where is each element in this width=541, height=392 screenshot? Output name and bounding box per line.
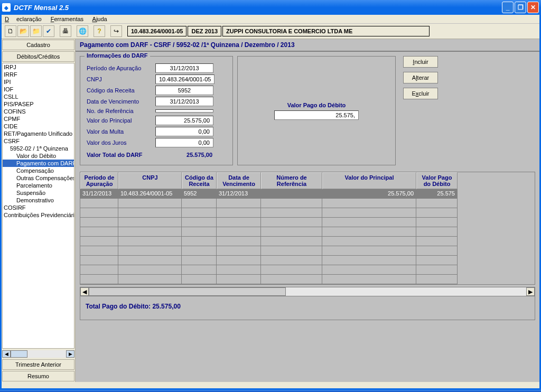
- table-row[interactable]: [80, 275, 535, 284]
- tree-item[interactable]: Demonstrativo: [3, 197, 74, 204]
- tree-item[interactable]: Suspensão: [3, 189, 74, 197]
- grid-scrollbar[interactable]: ◀ ▶: [80, 287, 535, 296]
- tree-item[interactable]: CSRF: [3, 137, 74, 145]
- label-principal: Valor do Principal: [87, 117, 150, 124]
- valor-pago-label: Valor Pago do Débito: [274, 102, 359, 108]
- app-icon: ◆: [2, 3, 11, 12]
- field-referencia: [155, 109, 213, 113]
- exit-icon[interactable]: ↪: [110, 25, 122, 37]
- label-cnpj: CNPJ: [87, 76, 150, 82]
- tree-item[interactable]: IRRF: [3, 71, 74, 78]
- tree-item[interactable]: CPMF: [3, 115, 74, 123]
- table-row[interactable]: 31/12/2013 10.483.264/0001-05 5952 31/12…: [80, 189, 535, 199]
- table-row[interactable]: [80, 218, 535, 227]
- valor-pago-box: Valor Pago do Débito 25.575,: [237, 56, 396, 165]
- scroll-right-icon[interactable]: ▶: [526, 287, 535, 296]
- table-row[interactable]: [80, 256, 535, 265]
- window-title: DCTF Mensal 2.5: [14, 4, 502, 12]
- main-panel: Pagamento com DARF - CSRF / 5952-02 /1ª …: [76, 39, 539, 382]
- tree-item[interactable]: Pagamento com DARF: [3, 160, 74, 167]
- col-codigo[interactable]: Código da Receita: [182, 172, 217, 189]
- incluir-button[interactable]: Incluir: [403, 56, 438, 68]
- label-multa: Valor da Multa: [87, 128, 150, 135]
- scroll-left-icon[interactable]: ◀: [2, 350, 11, 358]
- tree-item[interactable]: IPI: [3, 78, 74, 86]
- label-codigo: Código da Receita: [87, 87, 150, 94]
- tree-item[interactable]: Contribuições Previdenciárias: [3, 211, 74, 219]
- field-principal: 25.575,00: [155, 116, 213, 125]
- menu-ajuda[interactable]: Ajuda: [92, 16, 107, 22]
- field-juros: 0,00: [155, 138, 213, 147]
- darf-info-fieldset: Informações do DARF Período de Apuração3…: [80, 56, 233, 165]
- menu-ferramentas[interactable]: Ferramentas: [51, 16, 83, 22]
- label-periodo: Período de Apuração: [87, 65, 150, 71]
- tax-tree[interactable]: IRPJIRRFIPIIOFCSLLPIS/PASEPCOFINSCPMFCID…: [2, 63, 74, 349]
- value-total: 25.575,00: [166, 151, 213, 159]
- table-row[interactable]: [80, 246, 535, 256]
- help-icon[interactable]: ?: [94, 25, 105, 37]
- menu-declaracao[interactable]: Declaração: [5, 16, 42, 22]
- tree-item[interactable]: COFINS: [3, 108, 74, 115]
- alterar-button[interactable]: Alterar: [403, 72, 438, 83]
- tree-item[interactable]: PIS/PASEP: [3, 100, 74, 108]
- tree-item[interactable]: Valor do Débito: [3, 152, 74, 160]
- print-icon[interactable]: 🖶: [60, 25, 71, 37]
- page-title: Pagamento com DARF - CSRF / 5952-02 /1ª …: [76, 39, 539, 52]
- label-vencimento: Data de Vencimento: [87, 98, 150, 105]
- tree-item[interactable]: Compensação: [3, 167, 74, 174]
- tree-item[interactable]: RET/Pagamento Unificado: [3, 130, 74, 137]
- btn-cadastro[interactable]: Cadastro: [2, 40, 74, 50]
- minimize-button[interactable]: _: [502, 2, 514, 13]
- field-multa: 0,00: [155, 127, 213, 136]
- new-icon[interactable]: 🗋: [5, 25, 16, 37]
- tree-item[interactable]: 5952-02 / 1ª Quinzena: [3, 145, 74, 152]
- field-cnpj: 10.483.264/0001-05: [155, 74, 214, 84]
- toolbar-empresa: ZUPPI CONSULTORIA E COMERCIO LTDA ME: [222, 26, 430, 36]
- toolbar-cnpj: 10.483.264/0001-05: [127, 26, 186, 36]
- fieldset-legend: Informações do DARF: [85, 52, 150, 59]
- table-row[interactable]: [80, 208, 535, 218]
- field-codigo: 5952: [155, 86, 213, 95]
- btn-debitos[interactable]: Débitos/Créditos: [2, 51, 74, 62]
- tree-item[interactable]: COSIRF: [3, 204, 74, 211]
- col-vencimento[interactable]: Data de Vencimento: [217, 172, 261, 189]
- tree-item[interactable]: CSLL: [3, 93, 74, 100]
- col-periodo[interactable]: Período de Apuração: [80, 172, 118, 189]
- total-pago-label: Total Pago do Débito: 25.575,00: [80, 296, 535, 320]
- tree-item[interactable]: IOF: [3, 86, 74, 93]
- table-row[interactable]: [80, 227, 535, 237]
- maximize-button[interactable]: ❐: [515, 2, 526, 13]
- tree-scrollbar[interactable]: ◀ ▶: [2, 350, 74, 358]
- col-valor-pago[interactable]: Valor Pago do Débito: [416, 172, 458, 189]
- table-row[interactable]: [80, 237, 535, 246]
- titlebar: ◆ DCTF Mensal 2.5 _ ❐ ✕: [0, 0, 541, 15]
- tree-item[interactable]: IRPJ: [3, 63, 74, 71]
- scroll-left-icon[interactable]: ◀: [80, 287, 89, 296]
- tree-item[interactable]: CIDE: [3, 123, 74, 130]
- field-periodo: 31/12/2013: [155, 63, 213, 73]
- close-button[interactable]: ✕: [527, 2, 539, 13]
- payments-grid[interactable]: Período de Apuração CNPJ Código da Recei…: [80, 172, 535, 285]
- tree-item[interactable]: Parcelamento: [3, 182, 74, 189]
- menubar: Declaração Ferramentas Ajuda: [2, 15, 539, 24]
- btn-resumo[interactable]: Resumo: [2, 371, 74, 381]
- field-vencimento: 31/12/2013: [155, 97, 213, 106]
- label-referencia: No. de Referência: [87, 108, 150, 114]
- col-principal[interactable]: Valor do Principal: [322, 172, 416, 189]
- btn-trimestre[interactable]: Trimestre Anterior: [2, 359, 74, 370]
- toolbar-periodo: DEZ 2013: [188, 26, 221, 36]
- valor-pago-field: 25.575,: [274, 110, 359, 120]
- scroll-right-icon[interactable]: ▶: [66, 350, 74, 358]
- globe-icon[interactable]: 🌐: [77, 25, 88, 37]
- taskbar: [0, 390, 541, 392]
- table-row[interactable]: [80, 199, 535, 208]
- open-icon[interactable]: 📂: [17, 25, 29, 37]
- col-referencia[interactable]: Número de Referência: [261, 172, 322, 189]
- check-icon[interactable]: ✔: [43, 25, 54, 37]
- toolbar: 🗋 📂 📁 ✔ 🖶 🌐 ? ↪ 10.483.264/0001-05 DEZ 2…: [2, 24, 539, 39]
- col-cnpj[interactable]: CNPJ: [118, 172, 182, 189]
- tree-item[interactable]: Outras Compensações: [3, 174, 74, 182]
- folder-icon[interactable]: 📁: [30, 25, 42, 37]
- table-row[interactable]: [80, 265, 535, 275]
- excluir-button[interactable]: Excluir: [403, 88, 438, 99]
